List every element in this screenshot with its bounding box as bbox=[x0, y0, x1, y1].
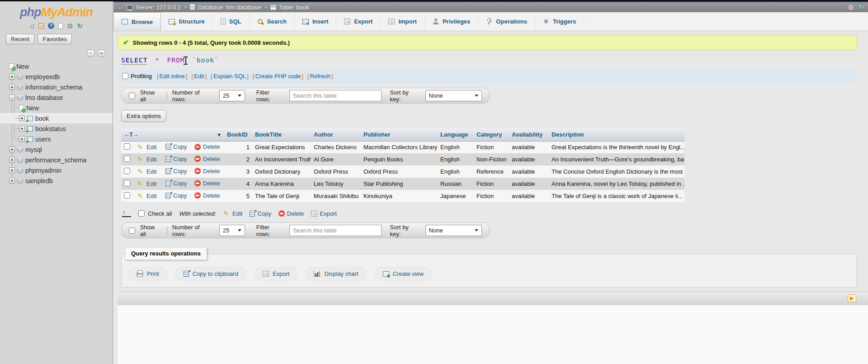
filter-rows-input[interactable] bbox=[289, 90, 382, 101]
tab-browse[interactable]: Browse bbox=[113, 12, 161, 31]
edit-row-button[interactable]: Edit bbox=[137, 180, 156, 187]
edit-row-button[interactable]: Edit bbox=[137, 168, 156, 175]
help-icon[interactable] bbox=[48, 23, 54, 29]
edit-row-button[interactable]: Edit bbox=[137, 193, 156, 199]
display-chart-button[interactable]: Display chart bbox=[305, 267, 367, 281]
expand-icon[interactable]: + bbox=[9, 74, 15, 80]
column-options-header[interactable]: ←T→▼ bbox=[121, 128, 224, 141]
print-button[interactable]: Print bbox=[128, 267, 168, 281]
column-header-booktitle[interactable]: BookTitle bbox=[252, 128, 311, 141]
recent-button[interactable]: Recent bbox=[6, 34, 34, 44]
delete-row-button[interactable]: Delete bbox=[194, 143, 220, 150]
copy-row-button[interactable]: Copy bbox=[165, 168, 187, 175]
expand-icon[interactable]: + bbox=[9, 167, 15, 173]
collapse-all-icon[interactable] bbox=[87, 50, 94, 57]
sidebar-item-new-database[interactable]: New bbox=[0, 61, 113, 71]
breadcrumb-table[interactable]: Table: book bbox=[270, 4, 309, 11]
column-header-author[interactable]: Author bbox=[311, 128, 361, 141]
collapse-navigation-icon[interactable] bbox=[118, 4, 123, 11]
edit-row-button[interactable]: Edit bbox=[137, 144, 156, 151]
column-header-publisher[interactable]: Publisher bbox=[361, 128, 438, 141]
delete-row-button[interactable]: Delete bbox=[194, 180, 220, 187]
number-of-rows-select-bottom[interactable]: 25 bbox=[219, 225, 245, 236]
sidebar-item-sampledb[interactable]: + sampledb bbox=[0, 175, 113, 186]
open-query-window-icon[interactable]: ▶ bbox=[848, 294, 856, 302]
expand-icon[interactable]: + bbox=[9, 157, 15, 163]
create-php-code-link[interactable]: Create PHP code bbox=[255, 73, 301, 80]
copy-row-button[interactable]: Copy bbox=[165, 192, 187, 199]
settings-gear-icon[interactable] bbox=[67, 23, 73, 29]
edit-inline-link[interactable]: Edit inline bbox=[160, 73, 185, 80]
breadcrumb-database[interactable]: Database: lms database bbox=[190, 4, 261, 11]
sort-by-key-select[interactable]: None bbox=[425, 90, 482, 101]
sidebar-item-book[interactable]: + book bbox=[0, 113, 113, 123]
copy-row-button[interactable]: Copy bbox=[165, 180, 187, 187]
row-checkbox[interactable] bbox=[124, 143, 130, 150]
breadcrumb-server[interactable]: Server: 127.0.0.1 bbox=[127, 4, 181, 11]
phpmyadmin-logo[interactable]: phpMyAdmin bbox=[0, 1, 113, 19]
tab-sql[interactable]: SQL bbox=[213, 12, 250, 31]
tab-privileges[interactable]: Privileges bbox=[425, 12, 478, 31]
sort-by-key-select-bottom[interactable]: None bbox=[425, 225, 482, 236]
check-all-checkbox[interactable] bbox=[138, 210, 145, 217]
tab-export[interactable]: Export bbox=[336, 12, 381, 31]
expand-icon[interactable]: + bbox=[19, 126, 25, 132]
column-header-category[interactable]: Category bbox=[474, 128, 509, 141]
page-settings-gear-icon[interactable] bbox=[848, 4, 854, 11]
refresh-link[interactable]: Refresh bbox=[310, 73, 331, 80]
column-header-bookid[interactable]: BookID bbox=[224, 128, 252, 141]
with-selected-export-button[interactable]: Export bbox=[311, 210, 337, 217]
explain-sql-link[interactable]: Explain SQL bbox=[213, 73, 246, 80]
tab-insert[interactable]: Insert bbox=[295, 12, 336, 31]
column-header-availability[interactable]: Availability bbox=[509, 128, 549, 141]
sql-query[interactable]: SELECT * FROM `book` bbox=[118, 50, 868, 70]
reload-navigation-icon[interactable] bbox=[77, 23, 83, 29]
row-checkbox[interactable] bbox=[124, 192, 130, 199]
show-all-checkbox-bottom[interactable] bbox=[129, 227, 135, 234]
sidebar-item-performance-schema[interactable]: + performance_schema bbox=[0, 155, 113, 165]
refresh-icon[interactable] bbox=[859, 4, 864, 10]
link-panel-icon[interactable] bbox=[98, 50, 105, 57]
sidebar-item-information-schema[interactable]: + information_schema bbox=[0, 82, 113, 92]
delete-row-button[interactable]: Delete bbox=[194, 168, 220, 175]
expand-icon[interactable]: + bbox=[19, 115, 25, 121]
create-view-button[interactable]: Create view bbox=[374, 267, 433, 281]
filter-rows-input-bottom[interactable] bbox=[289, 225, 382, 236]
tab-operations[interactable]: Operations bbox=[478, 12, 535, 31]
copy-row-button[interactable]: Copy bbox=[165, 143, 187, 150]
sidebar-item-bookstatus[interactable]: + bookstatus bbox=[0, 123, 113, 134]
delete-row-button[interactable]: Delete bbox=[194, 156, 220, 162]
column-header-description[interactable]: Description bbox=[549, 128, 684, 141]
show-all-checkbox[interactable] bbox=[129, 93, 135, 99]
documentation-icon[interactable] bbox=[58, 23, 63, 29]
tab-triggers[interactable]: Triggers bbox=[535, 12, 584, 31]
expand-icon[interactable]: + bbox=[9, 178, 15, 184]
extra-options-button[interactable]: Extra options bbox=[121, 110, 166, 122]
number-of-rows-select[interactable]: 25 bbox=[219, 90, 245, 101]
sidebar-item-employeedb[interactable]: + employeedb bbox=[0, 71, 113, 82]
sidebar-item-lms-database[interactable]: - lms database bbox=[0, 92, 113, 103]
with-selected-copy-button[interactable]: Copy bbox=[250, 210, 271, 217]
copy-row-button[interactable]: Copy bbox=[165, 156, 187, 162]
sidebar-item-mysql[interactable]: + mysql bbox=[0, 144, 113, 155]
sidebar-item-users[interactable]: + users bbox=[0, 134, 113, 144]
tab-import[interactable]: Import bbox=[381, 12, 425, 31]
tab-structure[interactable]: Structure bbox=[161, 12, 213, 31]
with-selected-edit-button[interactable]: Edit bbox=[223, 210, 242, 217]
logout-icon[interactable] bbox=[38, 23, 44, 29]
column-header-language[interactable]: Language bbox=[438, 128, 474, 141]
row-checkbox[interactable] bbox=[124, 180, 130, 186]
tab-search[interactable]: Search bbox=[250, 12, 295, 31]
expand-icon[interactable]: + bbox=[9, 84, 15, 90]
collapse-icon[interactable]: - bbox=[9, 95, 15, 100]
sort-triangle-icon[interactable]: ▼ bbox=[217, 132, 222, 137]
sidebar-item-phpmyadmin[interactable]: + phpmyadmin bbox=[0, 165, 113, 175]
copy-to-clipboard-button[interactable]: Copy to clipboard bbox=[175, 267, 247, 281]
edit-row-button[interactable]: Edit bbox=[137, 156, 156, 163]
sidebar-item-new-table[interactable]: New bbox=[0, 103, 113, 113]
profiling-checkbox[interactable] bbox=[122, 73, 128, 79]
expand-icon[interactable]: + bbox=[19, 136, 25, 142]
edit-link[interactable]: Edit bbox=[194, 73, 204, 80]
delete-row-button[interactable]: Delete bbox=[194, 192, 220, 199]
expand-icon[interactable]: + bbox=[9, 147, 15, 152]
